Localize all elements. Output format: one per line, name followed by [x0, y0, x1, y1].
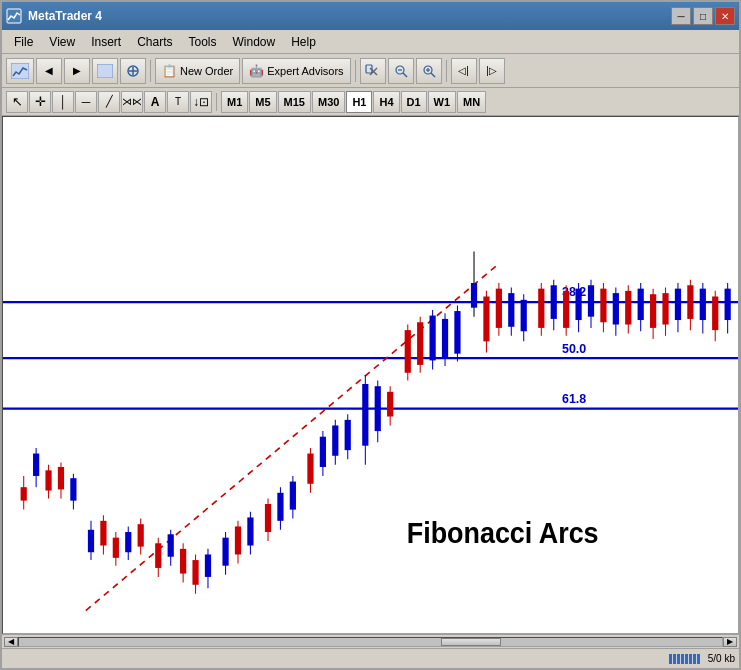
window-title: MetaTrader 4	[28, 9, 671, 23]
textbox-tool[interactable]: T	[167, 91, 189, 113]
tf-m5[interactable]: M5	[249, 91, 276, 113]
status-kb: 5/0 kb	[708, 653, 735, 664]
expert-advisors-label: Expert Advisors	[267, 65, 343, 77]
text-tool[interactable]: A	[144, 91, 166, 113]
h-scrollbar[interactable]: ◀ ▶	[2, 634, 739, 648]
svg-rect-50	[180, 549, 186, 574]
tf-m1[interactable]: M1	[221, 91, 248, 113]
dot5	[685, 654, 688, 664]
scrollbar-track[interactable]	[18, 637, 723, 647]
svg-rect-122	[662, 293, 668, 324]
properties-button[interactable]	[120, 58, 146, 84]
svg-rect-30	[45, 470, 51, 490]
close-button[interactable]: ✕	[715, 7, 735, 25]
svg-rect-76	[362, 384, 368, 446]
menu-view[interactable]: View	[41, 33, 83, 51]
arrow-right-button[interactable]: ▶	[64, 58, 90, 84]
svg-text:38.2: 38.2	[562, 284, 586, 300]
window-controls: ─ □ ✕	[671, 7, 735, 25]
svg-rect-0	[7, 9, 21, 23]
svg-rect-106	[563, 291, 569, 328]
svg-rect-32	[58, 467, 64, 489]
svg-rect-52	[192, 560, 198, 585]
svg-rect-124	[675, 289, 681, 320]
scroll-left-btn[interactable]: ◀	[4, 637, 18, 647]
menu-file[interactable]: File	[6, 33, 41, 51]
svg-rect-1	[11, 63, 29, 79]
expert-advisors-icon: 🤖	[249, 64, 264, 78]
menu-window[interactable]: Window	[225, 33, 284, 51]
svg-rect-38	[100, 521, 106, 546]
gann-tool[interactable]: ⋊⋉	[121, 91, 143, 113]
svg-rect-72	[332, 425, 338, 455]
chart-scroll-right[interactable]: |▷	[479, 58, 505, 84]
tf-d1[interactable]: D1	[401, 91, 427, 113]
svg-text:61.8: 61.8	[562, 391, 586, 407]
sep1	[150, 60, 151, 82]
vertical-line-tool[interactable]: │	[52, 91, 74, 113]
svg-rect-86	[430, 316, 436, 361]
svg-rect-78	[375, 386, 381, 431]
svg-rect-44	[138, 524, 144, 546]
minimize-button[interactable]: ─	[671, 7, 691, 25]
sep3	[446, 60, 447, 82]
svg-rect-17	[3, 117, 738, 633]
new-chart-button[interactable]	[6, 58, 34, 84]
dot3	[677, 654, 680, 664]
svg-rect-42	[125, 532, 131, 552]
svg-rect-34	[70, 478, 76, 500]
dot7	[693, 654, 696, 664]
svg-rect-104	[551, 285, 557, 319]
trend-line-tool[interactable]: ╱	[98, 91, 120, 113]
main-window: MetaTrader 4 ─ □ ✕ File View Insert Char…	[0, 0, 741, 670]
maximize-button[interactable]: □	[693, 7, 713, 25]
chart-scroll-left[interactable]: ◁|	[451, 58, 477, 84]
svg-rect-58	[235, 526, 241, 554]
svg-rect-54	[205, 554, 211, 576]
horizontal-line-tool[interactable]: ─	[75, 91, 97, 113]
cursor-tool[interactable]: ↖	[6, 91, 28, 113]
expert-advisors-button[interactable]: 🤖 Expert Advisors	[242, 58, 350, 84]
svg-rect-110	[588, 285, 594, 316]
new-order-button[interactable]: 📋 New Order	[155, 58, 240, 84]
tf-w1[interactable]: W1	[428, 91, 457, 113]
arrow-left-button[interactable]: ◀	[36, 58, 62, 84]
svg-rect-96	[496, 289, 502, 328]
zoom-out-button[interactable]	[92, 58, 118, 84]
svg-rect-102	[538, 289, 544, 328]
zoom-in3-button[interactable]	[416, 58, 442, 84]
scrollbar-thumb[interactable]	[441, 638, 501, 646]
svg-text:50.0: 50.0	[562, 340, 586, 356]
tf-h4[interactable]: H4	[373, 91, 399, 113]
svg-rect-132	[725, 289, 731, 320]
chart-svg: 38.2 50.0 61.8	[3, 117, 738, 633]
arrow-draw-tool[interactable]: ↓⊡	[190, 91, 212, 113]
drawing-toolbar: ↖ ✛ │ ─ ╱ ⋊⋉ A T ↓⊡ M1 M5 M15 M30 H1 H4 …	[2, 88, 739, 116]
svg-rect-108	[575, 289, 581, 320]
zoom-in2-button[interactable]	[360, 58, 386, 84]
svg-rect-64	[277, 493, 283, 521]
svg-rect-114	[613, 293, 619, 324]
svg-rect-2	[97, 64, 113, 78]
sep4	[216, 93, 217, 111]
crosshair-tool[interactable]: ✛	[29, 91, 51, 113]
tf-m15[interactable]: M15	[278, 91, 311, 113]
menu-charts[interactable]: Charts	[129, 33, 180, 51]
zoom-out2-button[interactable]	[388, 58, 414, 84]
chart-area[interactable]: 38.2 50.0 61.8	[2, 116, 739, 634]
dot2	[673, 654, 676, 664]
tf-m30[interactable]: M30	[312, 91, 345, 113]
connection-indicator	[669, 654, 700, 664]
menu-help[interactable]: Help	[283, 33, 324, 51]
svg-rect-88	[442, 319, 448, 358]
svg-rect-26	[21, 487, 27, 500]
tf-h1[interactable]: H1	[346, 91, 372, 113]
svg-rect-92	[471, 283, 477, 308]
tf-mn[interactable]: MN	[457, 91, 486, 113]
svg-rect-118	[638, 289, 644, 320]
menu-tools[interactable]: Tools	[181, 33, 225, 51]
svg-rect-90	[454, 311, 460, 354]
scroll-right-btn[interactable]: ▶	[723, 637, 737, 647]
menu-insert[interactable]: Insert	[83, 33, 129, 51]
status-right: 5/0 kb	[669, 653, 735, 664]
